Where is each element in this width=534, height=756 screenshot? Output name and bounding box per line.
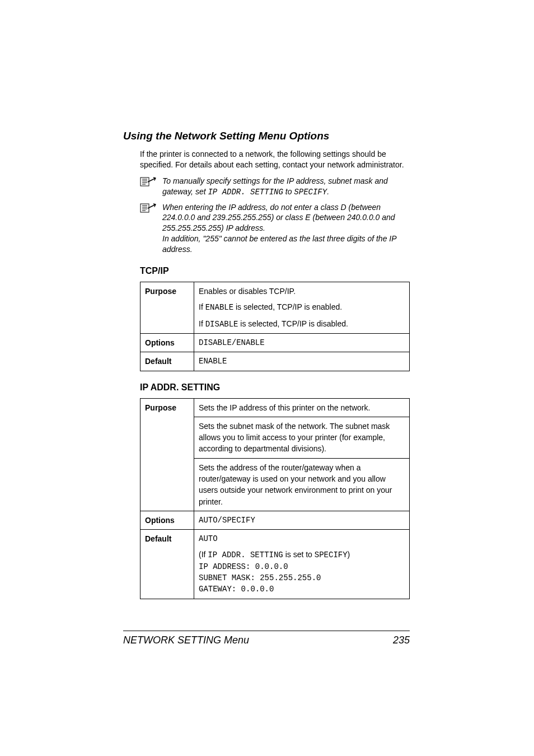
subheading-tcpip: TCP/IP: [140, 266, 410, 276]
cell-purpose-1: Sets the IP address of this printer on t…: [194, 398, 410, 417]
cell-label-options: Options: [140, 511, 194, 529]
cell-default: ENABLE: [194, 352, 410, 371]
note-1: To manually specify settings for the IP …: [140, 176, 410, 198]
note-2-text: When entering the IP address, do not ent…: [162, 202, 410, 255]
intro-block: If the printer is connected to a network…: [140, 149, 410, 255]
note-icon: [140, 202, 162, 213]
footer-left: NETWORK SETTING Menu: [123, 634, 249, 646]
table-tcpip: Purpose Enables or disables TCP/IP. If E…: [140, 282, 410, 371]
page-number: 235: [393, 634, 410, 646]
cell-purpose-2: Sets the subnet mask of the network. The…: [194, 417, 410, 458]
table-ipaddr: Purpose Sets the IP address of this prin…: [140, 398, 410, 599]
cell-label-options: Options: [140, 333, 194, 352]
cell-default: AUTO (If IP ADDR. SETTING is set to SPEC…: [194, 530, 410, 599]
footer-rule: [123, 631, 410, 631]
intro-text: If the printer is connected to a network…: [140, 149, 410, 170]
cell-label-purpose: Purpose: [140, 282, 194, 334]
cell-options: DISABLE/ENABLE: [194, 333, 410, 352]
note-1-text: To manually specify settings for the IP …: [162, 176, 410, 198]
note-2: When entering the IP address, do not ent…: [140, 202, 410, 255]
section-title: Using the Network Setting Menu Options: [123, 130, 410, 142]
page-content: Using the Network Setting Menu Options I…: [123, 130, 410, 599]
subheading-ipaddr: IP ADDR. SETTING: [140, 382, 410, 393]
cell-label-default: Default: [140, 352, 194, 371]
cell-purpose: Enables or disables TCP/IP. If ENABLE is…: [194, 282, 410, 334]
page-footer: NETWORK SETTING Menu 235: [123, 631, 410, 646]
cell-label-default: Default: [140, 530, 194, 599]
cell-purpose-3: Sets the address of the router/gateway w…: [194, 458, 410, 511]
cell-label-purpose: Purpose: [140, 398, 194, 511]
note-icon: [140, 176, 162, 186]
cell-options: AUTO/SPECIFY: [194, 511, 410, 529]
